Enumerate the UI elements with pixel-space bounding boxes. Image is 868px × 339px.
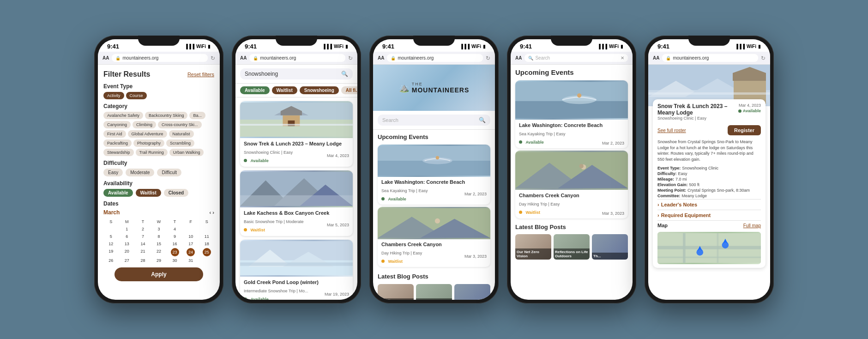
tag-packrafting[interactable]: Packrafting [103, 139, 132, 147]
url-bar-2[interactable]: 🔒 mountaineers.org [249, 54, 345, 62]
diff-difficult[interactable]: Difficult [157, 169, 181, 176]
blog-thumb-4c[interactable]: Th... [592, 234, 628, 260]
cal-d17[interactable]: 17 [183, 241, 199, 247]
cal-d16[interactable]: 16 [167, 241, 182, 247]
tag-backcountry[interactable]: Backcountry Skiing [145, 112, 188, 119]
cal-d8[interactable]: 8 [151, 233, 167, 240]
browser-aa-5[interactable]: AA [653, 55, 659, 61]
tag-crosscountry[interactable]: Cross-country Ski... [158, 121, 202, 128]
cal-d25[interactable]: 25 [203, 248, 211, 256]
tag-photography[interactable]: Photography [133, 139, 164, 147]
cal-d20[interactable]: 20 [120, 248, 135, 256]
tag-firstaid[interactable]: First Aid [103, 130, 126, 138]
blog-thumb-4a[interactable]: Our Net Zero Vision [515, 234, 551, 260]
phone-4: 9:41 ▐▐▐ WiFi ▮ AA 🔍 Search ✕ Upcoming E… [507, 36, 636, 303]
chip-all[interactable]: All fi... [341, 86, 357, 94]
tag-climbing[interactable]: Climbing [133, 121, 156, 128]
cal-d18[interactable]: 18 [199, 241, 214, 247]
tag-trail[interactable]: Trail Running [136, 149, 168, 156]
cal-d21[interactable]: 21 [135, 248, 151, 256]
avail-waitlist[interactable]: Waitlist [136, 189, 161, 197]
result-card-2[interactable]: Lake Kachess & Box Canyon Creek Basic Sn… [240, 170, 353, 236]
chip-available[interactable]: Available [240, 86, 270, 94]
cal-d28[interactable]: 28 [135, 257, 151, 264]
cal-d1[interactable]: 1 [120, 226, 135, 232]
avail-available[interactable]: Available [103, 189, 133, 197]
tag-course[interactable]: Course [126, 92, 147, 99]
tag-stewardship[interactable]: Stewardship [103, 149, 134, 156]
reload-icon-3[interactable]: ↻ [486, 55, 490, 61]
diff-moderate[interactable]: Moderate [126, 169, 154, 176]
search-input-box-2[interactable]: Snowshoeing 🔍 [240, 68, 353, 79]
cal-d30[interactable]: 30 [167, 257, 182, 264]
map-placeholder[interactable] [657, 232, 761, 264]
result-card-3[interactable]: Gold Creek Pond Loop (winter) Intermedia… [240, 240, 353, 300]
reset-filters-link[interactable]: Reset filters [187, 72, 214, 77]
apply-button[interactable]: Apply [115, 267, 203, 281]
tag-urban[interactable]: Urban Walking [169, 149, 204, 156]
home-search-box[interactable]: Search 🔍 [378, 115, 490, 126]
cal-d22[interactable]: 22 [151, 248, 167, 256]
cal-d27[interactable]: 27 [120, 257, 135, 264]
cal-d14[interactable]: 14 [135, 241, 151, 247]
diff-easy[interactable]: Easy [103, 169, 123, 176]
cal-d2[interactable]: 2 [135, 226, 151, 232]
cal-d31[interactable]: 31 [183, 257, 199, 264]
url-bar-3[interactable]: 🔒 mountaineers.org [387, 54, 483, 62]
cal-d26[interactable]: 26 [103, 257, 119, 264]
tag-scrambling[interactable]: Scrambling [166, 139, 194, 147]
chip-waitlist[interactable]: Waitlist [272, 86, 297, 94]
cal-d24[interactable]: 24 [187, 248, 195, 256]
cal-d9[interactable]: 9 [167, 233, 182, 240]
cal-d11[interactable]: 11 [199, 233, 214, 240]
url-bar-4[interactable]: 🔍 Search ✕ [524, 54, 628, 62]
cal-d13[interactable]: 13 [120, 241, 135, 247]
tag-naturalist[interactable]: Naturalist [169, 130, 194, 138]
result-card-1[interactable]: Snow Trek & Lunch 2023 – Meany Lodge Sno… [240, 101, 353, 167]
required-equipment-link[interactable]: › Required Equipment [657, 210, 761, 220]
tag-activity[interactable]: Activity [103, 92, 124, 99]
leaders-notes-link[interactable]: › Leader's Notes [657, 199, 761, 210]
cal-d12[interactable]: 12 [103, 241, 119, 247]
url-bar-5[interactable]: 🔒 mountaineers.org [662, 54, 758, 62]
cal-d10[interactable]: 10 [183, 233, 199, 240]
browser-aa-4[interactable]: AA [515, 55, 522, 61]
event-list-canyon[interactable]: Chambers Creek Canyon Day Hiking Trip | … [515, 151, 628, 218]
cal-d19[interactable]: 19 [103, 248, 119, 256]
event-card-hiking[interactable]: Chambers Creek Canyon Day Hiking Trip | … [378, 207, 490, 267]
search-input-2[interactable]: Snowshoeing [245, 71, 338, 77]
blog-thumb-4b[interactable]: Reflections on Life Outdoors [554, 234, 590, 260]
hiking-status-text: Waitlist [388, 259, 403, 264]
blog-thumb-2[interactable]: Reflections on Life Outdoors [416, 284, 452, 300]
full-map-link[interactable]: Full map [743, 223, 761, 228]
reload-icon-2[interactable]: ↻ [348, 55, 353, 61]
browser-aa-1[interactable]: AA [102, 55, 109, 61]
month-nav-arrows[interactable]: ‹ › [210, 210, 214, 215]
cal-d6[interactable]: 6 [120, 233, 135, 240]
blog-thumb-3[interactable]: Th... [454, 284, 490, 300]
register-button[interactable]: Register [728, 125, 761, 135]
tag-ba[interactable]: Ba... [189, 112, 205, 119]
reload-icon-1[interactable]: ↻ [211, 55, 215, 61]
avail-closed[interactable]: Closed [164, 189, 188, 197]
cal-d29[interactable]: 29 [151, 257, 167, 264]
cal-d5[interactable]: 5 [103, 233, 119, 240]
reload-icon-5[interactable]: ↻ [761, 55, 766, 61]
chip-snowshoeing[interactable]: Snowshoeing [300, 86, 339, 94]
event-card-kayak[interactable]: Lake Washington: Concrete Beach Sea Kaya… [378, 145, 490, 205]
blog-thumb-1[interactable]: Our Net Zero Vision [378, 284, 414, 300]
cal-d23[interactable]: 23 [171, 248, 179, 256]
mountains-svg [240, 170, 353, 207]
browser-aa-3[interactable]: AA [378, 55, 384, 61]
cal-d3[interactable]: 3 [151, 226, 167, 232]
url-bar-1[interactable]: 🔒 mountaineers.org [112, 54, 208, 62]
cal-d7[interactable]: 7 [135, 233, 151, 240]
tag-canyoning[interactable]: Canyoning [103, 121, 131, 128]
tag-global[interactable]: Global Adventure [128, 130, 167, 138]
event-list-kayak[interactable]: Lake Washington: Concrete Beach Sea Kaya… [515, 80, 628, 148]
cal-d15[interactable]: 15 [151, 241, 167, 247]
browser-aa-2[interactable]: AA [240, 55, 247, 61]
tag-avalanche[interactable]: Avalanche Safety [103, 112, 143, 119]
cal-d4[interactable]: 4 [167, 226, 182, 232]
see-roster-link[interactable]: See full roster [657, 128, 686, 133]
